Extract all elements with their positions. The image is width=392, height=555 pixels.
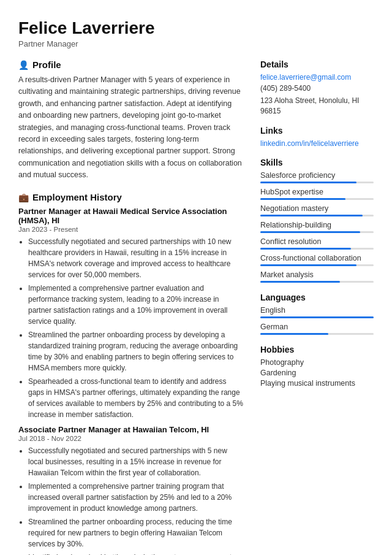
skill-6-bar-fill — [260, 264, 356, 266]
skill-6-name: Cross-functional collaboration — [260, 254, 374, 262]
skill-5-bar-fill — [260, 248, 351, 250]
skill-7: Market analysis — [260, 270, 374, 283]
hobbies-title: Hobbies — [260, 345, 374, 354]
job-2-title: Associate Partner Manager at Hawaiian Te… — [18, 425, 243, 434]
skill-5-bar-bg — [260, 248, 374, 250]
links-section: Links linkedin.com/in/felicelaverriere — [260, 126, 374, 148]
hobbies-section: Hobbies Photography Gardening Playing mu… — [260, 345, 374, 388]
list-item: Implemented a comprehensive partner eval… — [28, 283, 243, 327]
list-item: Successfully negotiated and secured part… — [28, 236, 243, 280]
list-item: Identified and resolved bottlenecks in t… — [28, 552, 243, 555]
skill-4-bar-fill — [260, 231, 360, 233]
job-1-date: Jan 2023 - Present — [18, 226, 243, 233]
skill-4-bar-bg — [260, 231, 374, 233]
linkedin-link[interactable]: linkedin.com/in/felicelaverriere — [260, 139, 374, 148]
job-1-bullets: Successfully negotiated and secured part… — [18, 236, 243, 420]
skill-1: Salesforce proficiency — [260, 171, 374, 183]
employment-section-title: 💼 Employment History — [18, 192, 243, 202]
skill-5-name: Conflict resolution — [260, 237, 374, 246]
lang-2: German — [260, 323, 374, 335]
left-column: 👤 Profile A results-driven Partner Manag… — [18, 59, 243, 555]
lang-1-bar-fill — [260, 316, 374, 318]
skill-5: Conflict resolution — [260, 237, 374, 250]
full-name: Felice Laverriere — [18, 18, 374, 38]
job-2-date: Jul 2018 - Nov 2022 — [18, 435, 243, 442]
lang-2-bar-fill — [260, 333, 328, 335]
details-title: Details — [260, 59, 374, 69]
skills-section: Skills Salesforce proficiency HubSpot ex… — [260, 158, 374, 283]
lang-1-bar-bg — [260, 316, 374, 318]
hobby-1: Photography — [260, 358, 374, 367]
skill-1-bar-bg — [260, 182, 374, 183]
skill-1-name: Salesforce proficiency — [260, 171, 374, 180]
skill-2: HubSpot expertise — [260, 188, 374, 200]
list-item: Streamlined the partner onboarding proce… — [28, 329, 243, 373]
list-item: Streamlined the partner onboarding proce… — [28, 516, 243, 549]
job-title-header: Partner Manager — [18, 39, 374, 48]
skills-title: Skills — [260, 158, 374, 167]
links-title: Links — [260, 126, 374, 136]
profile-icon: 👤 — [18, 60, 29, 70]
job-2-bullets: Successfully negotiated and secured part… — [18, 445, 243, 555]
skill-3-bar-fill — [260, 215, 363, 216]
phone: (405) 289-5400 — [260, 83, 374, 94]
languages-title: Languages — [260, 293, 374, 302]
list-item: Successfully negotiated and secured part… — [28, 445, 243, 478]
skill-3: Negotiation mastery — [260, 204, 374, 216]
employment-icon: 💼 — [18, 193, 29, 202]
list-item: Spearheaded a cross-functional team to i… — [28, 376, 243, 420]
header: Felice Laverriere Partner Manager — [18, 18, 374, 48]
skill-7-name: Market analysis — [260, 270, 374, 279]
job-2: Associate Partner Manager at Hawaiian Te… — [18, 425, 243, 555]
skill-2-name: HubSpot expertise — [260, 188, 374, 196]
skill-6: Cross-functional collaboration — [260, 254, 374, 266]
address: 123 Aloha Street, Honolulu, HI 96815 — [260, 96, 374, 117]
list-item: Implemented a comprehensive partner trai… — [28, 481, 243, 514]
skill-7-bar-fill — [260, 281, 340, 283]
skill-1-bar-fill — [260, 182, 356, 183]
skill-6-bar-bg — [260, 264, 374, 266]
lang-2-name: German — [260, 323, 374, 331]
skill-4-name: Relationship-building — [260, 221, 374, 229]
profile-section: 👤 Profile A results-driven Partner Manag… — [18, 59, 243, 181]
profile-text: A results-driven Partner Manager with 5 … — [18, 74, 243, 181]
details-section: Details felice.laverriere@gmail.com (405… — [260, 59, 374, 116]
hobby-2: Gardening — [260, 369, 374, 377]
skill-2-bar-fill — [260, 198, 345, 200]
skill-3-name: Negotiation mastery — [260, 204, 374, 213]
languages-section: Languages English German — [260, 293, 374, 335]
lang-1-name: English — [260, 306, 374, 315]
email-link[interactable]: felice.laverriere@gmail.com — [260, 73, 374, 82]
right-column: Details felice.laverriere@gmail.com (405… — [260, 59, 374, 555]
job-1-title: Partner Manager at Hawaii Medical Servic… — [18, 207, 243, 225]
employment-section: 💼 Employment History Partner Manager at … — [18, 192, 243, 555]
skill-3-bar-bg — [260, 215, 374, 216]
hobby-3: Playing musical instruments — [260, 379, 374, 388]
skill-4: Relationship-building — [260, 221, 374, 233]
job-1: Partner Manager at Hawaii Medical Servic… — [18, 207, 243, 420]
profile-section-title: 👤 Profile — [18, 59, 243, 70]
skill-7-bar-bg — [260, 281, 374, 283]
lang-2-bar-bg — [260, 333, 374, 335]
skill-2-bar-bg — [260, 198, 374, 200]
lang-1: English — [260, 306, 374, 318]
